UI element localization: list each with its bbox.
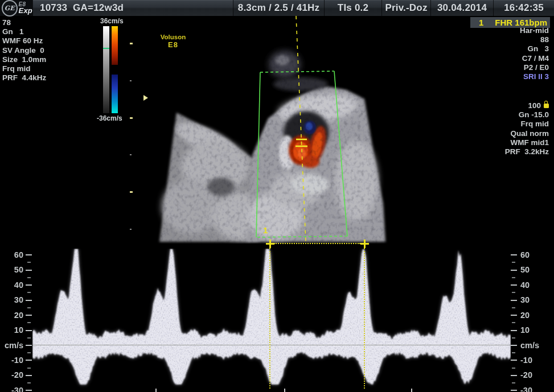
time-text: 16:42:35 [504, 2, 544, 14]
bmode-param-line: P2 / E0 [520, 63, 549, 72]
axis-label-50: 50 [520, 265, 541, 274]
brand-watermark: Voluson E8 [155, 33, 191, 49]
axis-minor-tick [512, 277, 515, 278]
brand-line2: E8 [155, 41, 191, 49]
axis-label-40: 40 [520, 280, 541, 290]
axis-major-tick [511, 360, 517, 361]
axis-major-tick [511, 284, 517, 286]
axis-major-tick [26, 360, 32, 361]
axis-label-60: 60 [520, 250, 541, 259]
axis-label--30: -30 [3, 386, 23, 392]
grayscale-bar [103, 26, 109, 113]
color-doppler-bar-negative [112, 75, 118, 113]
axis-label-10: 10 [520, 325, 541, 335]
bmode-parameter-panel: Har-mid88Gn 3C7 / M4P2 / E0SRI II 3 [520, 26, 549, 81]
caliper-time-line-1[interactable] [269, 248, 270, 389]
axis-major-tick [511, 254, 517, 255]
roi-bottom-edge[interactable] [256, 236, 347, 237]
caliper-time-line-2[interactable] [364, 248, 365, 389]
doppler-cursor-line[interactable] [296, 16, 306, 242]
color-roi-box[interactable] [256, 71, 347, 237]
axis-label-30: 30 [3, 295, 23, 304]
pw-param-line: WMF mid1 [505, 138, 549, 147]
logo-block: GE E8 Exp [0, 0, 32, 16]
pw-param-line: Frq mid [505, 119, 549, 129]
axis-major-tick [26, 284, 32, 286]
axis-major-tick [26, 390, 32, 391]
axis-minor-tick [512, 382, 515, 383]
fhr-index: 1 [479, 18, 483, 27]
axis-major-tick [26, 300, 32, 301]
roi-right-edge[interactable] [334, 71, 347, 236]
depth-freq-text: 8.3cm / 2.5 / 41Hz [238, 2, 319, 14]
pw-param-line: Gn -15.0 [505, 110, 549, 119]
axis-major-tick [511, 270, 517, 271]
time-tick [284, 389, 285, 392]
time-tick [155, 389, 157, 392]
doppler-param-line: Frq mid [2, 64, 46, 73]
axis-major-tick [26, 345, 32, 346]
pw-param-line: Qual norm [505, 129, 549, 138]
bmode-param-line: Har-mid [520, 26, 549, 35]
roi-top-edge[interactable] [260, 71, 334, 72]
axis-minor-tick [27, 382, 31, 383]
color-scale-max-label: 36cm/s [100, 17, 124, 25]
ge-logo-icon: GE [2, 0, 18, 16]
top-status-bar: GE E8 Exp 10733 GA=12w3d 8.3cm / 2.5 / 4… [0, 0, 554, 16]
axis-major-tick [511, 300, 517, 301]
doppler-param-line: 78 [2, 18, 46, 27]
bmode-image-area: 1 Voluson E8 [130, 16, 394, 244]
axis-label-10: 10 [3, 325, 23, 335]
axis-minor-tick [27, 292, 31, 293]
date-text: 30.04.2014 [437, 2, 487, 14]
axis-major-tick [511, 315, 517, 316]
caliper-marker-1[interactable] [266, 240, 274, 248]
spectrum-trace [32, 249, 511, 385]
axis-label--20: -20 [3, 370, 23, 379]
doppler-param-line: Size 1.0mm [2, 55, 46, 64]
axis-label--20: -20 [520, 370, 541, 379]
time-tick [411, 389, 412, 392]
thermal-index-text: TIs 0.2 [338, 2, 368, 14]
caliper-marker-2[interactable] [360, 240, 369, 248]
roi-left-edge[interactable] [256, 72, 260, 237]
acoustic-power-value: 100 [528, 101, 541, 110]
color-scale-min-label: -36cm/s [97, 114, 122, 122]
sri-setting: SRI II 3 [520, 72, 549, 81]
axis-label--10: -10 [520, 356, 541, 365]
axis-minor-tick [27, 352, 31, 353]
axis-minor-tick [27, 277, 31, 278]
axis-minor-tick [512, 368, 515, 369]
axis-label--30: -30 [520, 386, 541, 392]
axis-minor-tick [512, 352, 515, 353]
system-id: E8 Exp [19, 1, 32, 14]
pw-spectrum [32, 249, 511, 392]
ultrasound-screen: GE E8 Exp 10733 GA=12w3d 8.3cm / 2.5 / 4… [0, 0, 554, 392]
axis-minor-tick [512, 307, 515, 308]
axis-minor-tick [512, 322, 515, 323]
spectrum-baseline[interactable] [32, 345, 511, 345]
pointer-cursor-icon[interactable] [143, 95, 148, 101]
axis-label-30: 30 [520, 295, 541, 304]
axis-major-tick [511, 330, 517, 331]
axis-major-tick [26, 254, 32, 255]
gate-number-label: 1 [263, 225, 268, 235]
patient-id-field: 10733 GA=12w3d [32, 0, 233, 16]
axis-major-tick [26, 315, 32, 316]
doppler-param-line: SV Angle 0 [2, 46, 46, 55]
doppler-param-line: PRF 4.4kHz [2, 73, 46, 82]
operator-field: Priv.-Doz [381, 0, 430, 16]
bmode-param-line: C7 / M4 [520, 54, 549, 63]
grayscale-marker [103, 48, 109, 49]
time-field: 16:42:35 [493, 0, 554, 16]
acoustic-power-line: 100 [505, 101, 549, 110]
axis-label-cm-s: cm/s [520, 341, 541, 350]
axis-major-tick [511, 345, 517, 346]
axis-label-20: 20 [3, 311, 23, 320]
caliper-connector-line [274, 243, 360, 244]
axis-minor-tick [512, 292, 515, 293]
doppler-param-line: WMF 60 Hz [2, 36, 46, 46]
axis-minor-tick [512, 337, 515, 339]
axis-major-tick [26, 330, 32, 331]
axis-minor-tick [27, 262, 31, 263]
